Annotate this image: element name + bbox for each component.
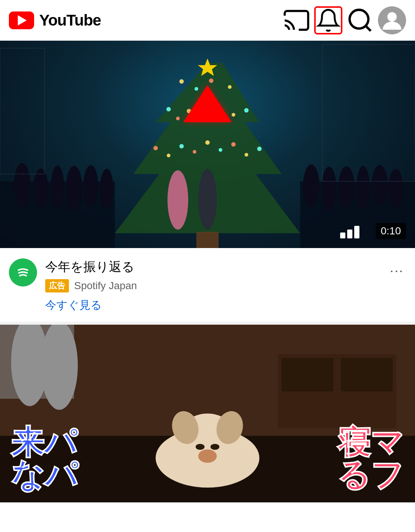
channel-name: Spotify Japan (74, 280, 137, 292)
logo-area: YouTube (9, 11, 101, 29)
search-icon (346, 6, 374, 34)
svg-point-4 (387, 12, 396, 21)
signal-bars (340, 226, 359, 238)
video-background (0, 41, 415, 248)
signal-bar-1 (340, 232, 345, 238)
cta-button[interactable]: 今すぐ見る (45, 299, 102, 311)
cast-button[interactable] (282, 6, 311, 34)
svg-line-2 (366, 26, 371, 31)
jp-char-3: 寝マ (337, 426, 404, 459)
search-button[interactable] (346, 6, 374, 34)
jp-text-left: 来パ なパ (11, 426, 78, 491)
jp-char-2: なパ (11, 459, 78, 491)
video-info-section: 今年を振り返る 広告 Spotify Japan 今すぐ見る ⋮ (0, 248, 415, 325)
jp-char-4: るフ (337, 459, 404, 491)
youtube-logo-icon (9, 11, 34, 29)
signal-bar-2 (347, 230, 352, 238)
channel-avatar[interactable] (9, 258, 37, 287)
more-options-button[interactable]: ⋮ (387, 262, 406, 281)
video-player[interactable]: 0:10 (0, 41, 415, 248)
channel-row: 広告 Spotify Japan (45, 279, 379, 292)
account-button[interactable] (378, 6, 406, 34)
spotify-logo-icon (14, 263, 32, 282)
jp-text-overlay: 来パ なパ 寝マ るフ (0, 325, 415, 502)
notification-button[interactable] (314, 6, 342, 34)
cast-icon (282, 6, 311, 34)
header-actions (282, 6, 406, 34)
account-icon (378, 6, 406, 34)
more-dots-icon: ⋮ (389, 265, 404, 279)
jp-text-right: 寝マ るフ (337, 426, 404, 491)
bell-icon (316, 8, 341, 33)
ad-badge: 広告 (45, 279, 69, 292)
video-duration: 0:10 (376, 223, 406, 239)
jp-char-1: 来パ (11, 426, 78, 459)
app-title: YouTube (39, 11, 101, 29)
video-metadata: 今年を振り返る 広告 Spotify Japan 今すぐ見る (45, 258, 379, 313)
app-header: YouTube (0, 0, 415, 41)
video-title: 今年を振り返る (45, 258, 379, 275)
svg-point-1 (350, 10, 369, 29)
second-video-thumbnail[interactable]: 来パ なパ 寝マ るフ (0, 325, 415, 502)
signal-bar-3 (354, 226, 359, 238)
tutorial-arrow-up (183, 85, 232, 122)
